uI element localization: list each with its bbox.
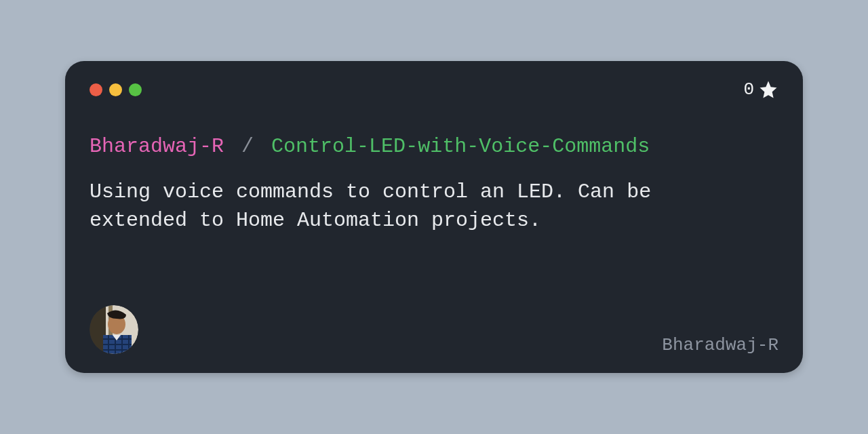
traffic-lights xyxy=(90,83,142,96)
avatar[interactable] xyxy=(90,305,138,354)
repo-breadcrumb: Bharadwaj-R / Control-LED-with-Voice-Com… xyxy=(90,134,778,159)
star-icon xyxy=(758,79,778,100)
close-icon[interactable] xyxy=(90,83,102,96)
repo-link[interactable]: Control-LED-with-Voice-Commands xyxy=(271,135,650,158)
owner-link[interactable]: Bharadwaj-R xyxy=(90,135,224,158)
star-count-value: 0 xyxy=(743,79,754,100)
repo-description: Using voice commands to control an LED. … xyxy=(90,178,713,235)
titlebar: 0 xyxy=(90,80,778,99)
repo-card: 0 Bharadwaj-R / Control-LED-with-Voice-C… xyxy=(65,61,803,373)
breadcrumb-separator: / xyxy=(236,135,259,158)
footer-owner-name: Bharadwaj-R xyxy=(662,335,778,355)
star-count[interactable]: 0 xyxy=(743,79,778,100)
maximize-icon[interactable] xyxy=(129,83,142,96)
avatar-image xyxy=(90,305,138,354)
minimize-icon[interactable] xyxy=(109,83,122,96)
